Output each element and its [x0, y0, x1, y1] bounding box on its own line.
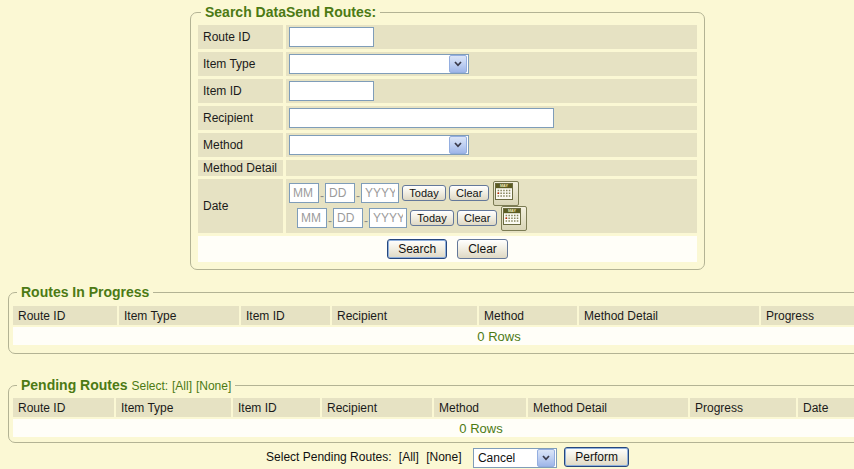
action-select-none-link[interactable]: [None] — [426, 450, 461, 464]
date-separator: - — [328, 214, 332, 228]
method-label: Method — [198, 133, 283, 157]
empty-rows-message: 0 Rows — [13, 327, 854, 345]
item-type-row: Item Type — [198, 52, 697, 76]
recipient-row: Recipient — [198, 106, 697, 130]
form-buttons-row: Search Clear — [198, 236, 697, 262]
end-month-input[interactable] — [297, 208, 327, 228]
calendar-month-label: MAY — [500, 184, 509, 188]
start-month-input[interactable] — [289, 183, 319, 203]
pending-routes-table: Route IDItem TypeItem IDRecipientMethodM… — [11, 396, 854, 439]
page-content: Search DataSend Routes: Route ID Item Ty… — [0, 0, 854, 469]
end-day-input[interactable] — [333, 208, 363, 228]
column-header: Route ID — [13, 306, 117, 325]
table-row: 0 Rows — [13, 419, 854, 437]
form-clear-button[interactable]: Clear — [457, 239, 508, 259]
date-separator: - — [356, 189, 360, 203]
column-header: Route ID — [13, 398, 114, 417]
route-id-input[interactable] — [289, 27, 374, 47]
recipient-input[interactable] — [289, 108, 554, 128]
route-id-label: Route ID — [198, 25, 283, 49]
date-end-group: -- Today Clear MAY — [297, 206, 527, 231]
item-type-label: Item Type — [198, 52, 283, 76]
item-id-row: Item ID — [198, 79, 697, 103]
table-header-row: Route IDItem TypeItem IDRecipientMethodM… — [13, 398, 854, 417]
start-year-input[interactable] — [361, 183, 399, 203]
column-header: Progress — [761, 306, 854, 325]
pending-select-none-link[interactable]: [None] — [196, 379, 231, 393]
column-header: Date — [798, 398, 854, 417]
date-label: Date — [198, 179, 283, 233]
chevron-down-icon — [537, 449, 555, 467]
chevron-down-icon — [449, 136, 467, 154]
pending-routes-title: Pending Routes — [21, 377, 128, 393]
perform-button[interactable]: Perform — [564, 447, 629, 467]
method-select[interactable] — [289, 135, 469, 155]
empty-rows-message: 0 Rows — [13, 419, 854, 437]
method-detail-row: Method Detail — [198, 160, 697, 176]
pending-action-select[interactable]: Cancel — [473, 448, 557, 468]
column-header: Item ID — [241, 306, 330, 325]
method-row: Method — [198, 133, 697, 157]
method-detail-label: Method Detail — [198, 160, 283, 176]
date-separator: - — [320, 189, 324, 203]
pending-select-all-link[interactable]: [All] — [172, 379, 192, 393]
date-separator: - — [364, 214, 368, 228]
routes-in-progress-legend: Routes In Progress — [17, 284, 153, 300]
item-id-input[interactable] — [289, 81, 374, 101]
column-header: Recipient — [332, 306, 477, 325]
start-date-today-button[interactable]: Today — [402, 185, 445, 201]
recipient-label: Recipient — [198, 106, 283, 130]
column-header: Recipient — [322, 398, 432, 417]
start-date-clear-button[interactable]: Clear — [449, 185, 489, 201]
pending-routes-action-bar: Select Pending Routes: [All] [None] Canc… — [0, 447, 854, 468]
pending-routes-legend: Pending Routes Select: [All] [None] — [17, 377, 235, 393]
start-date-calendar-icon[interactable]: MAY — [493, 181, 519, 206]
column-header: Item ID — [233, 398, 320, 417]
action-select-all-link[interactable]: [All] — [399, 450, 419, 464]
method-detail-empty-cell — [286, 160, 697, 176]
route-id-row: Route ID — [198, 25, 697, 49]
end-year-input[interactable] — [369, 208, 407, 228]
select-pending-routes-label: Select Pending Routes: — [266, 450, 391, 464]
select-label: Select: — [131, 379, 168, 393]
start-day-input[interactable] — [325, 183, 355, 203]
chevron-down-icon — [449, 55, 467, 73]
column-header: Progress — [690, 398, 796, 417]
pending-action-selected-value: Cancel — [474, 451, 519, 465]
end-date-today-button[interactable]: Today — [410, 210, 453, 226]
end-date-clear-button[interactable]: Clear — [457, 210, 497, 226]
column-header: Item Type — [119, 306, 239, 325]
item-id-label: Item ID — [198, 79, 283, 103]
table-row: 0 Rows — [13, 327, 854, 345]
calendar-month-label: MAY — [508, 209, 517, 213]
column-header: Method — [434, 398, 526, 417]
column-header: Method — [479, 306, 577, 325]
search-datasend-routes-form: Search DataSend Routes: Route ID Item Ty… — [190, 4, 705, 270]
column-header: Item Type — [116, 398, 231, 417]
routes-in-progress-section: Routes In Progress Route IDItem TypeItem… — [8, 284, 854, 354]
routes-in-progress-table: Route IDItem TypeItem IDRecipientMethodM… — [11, 304, 854, 347]
column-header: Method Detail — [528, 398, 688, 417]
date-start-group: -- Today Clear MAY — [289, 181, 519, 206]
end-date-calendar-icon[interactable]: MAY — [501, 206, 527, 231]
pending-routes-section: Pending Routes Select: [All] [None] Rout… — [8, 377, 854, 443]
date-row: Date -- Today Clear MAY — [198, 179, 697, 233]
search-form-legend: Search DataSend Routes: — [201, 4, 380, 20]
table-header-row: Route IDItem TypeItem IDRecipientMethodM… — [13, 306, 854, 325]
search-button[interactable]: Search — [387, 239, 447, 259]
column-header: Method Detail — [579, 306, 759, 325]
item-type-select[interactable] — [289, 54, 469, 74]
